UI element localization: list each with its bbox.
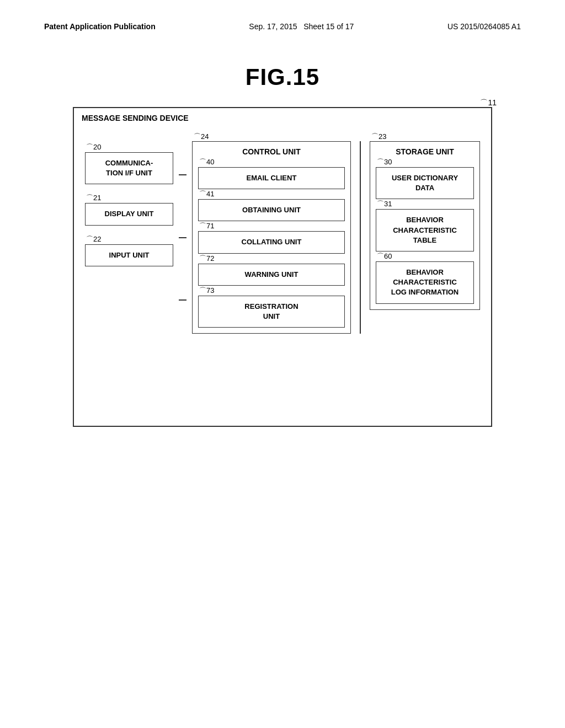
obtaining-unit-box: OBTAINING UNIT (198, 199, 345, 221)
email-client-box: EMAIL CLIENT (198, 167, 345, 189)
diagram-area: ⌒11 MESSAGE SENDING DEVICE ⌒20 COMMUNICA… (73, 107, 492, 427)
vertical-separator (360, 141, 361, 334)
obtaining-ref: ⌒41 (199, 189, 214, 199)
user-dict-ref: ⌒30 (377, 157, 392, 167)
outer-ref-label: ⌒11 (480, 98, 497, 108)
input-unit-box: INPUT UNIT (85, 244, 173, 266)
col-left: ⌒20 COMMUNICA-TION I/F UNIT ⌒21 DISPLAY … (85, 147, 173, 266)
col-middle: ⌒24 CONTROL UNIT ⌒40 EMAIL CLIENT ⌒41 OB… (192, 141, 351, 334)
hline-3 (179, 299, 186, 301)
registration-ref: ⌒73 (199, 286, 214, 296)
beh-char-table-box: BEHAVIORCHARACTERISTICTABLE (376, 209, 474, 251)
header-patent-number: US 2015/0264085 A1 (447, 22, 521, 31)
warning-unit-box: WARNING UNIT (198, 264, 345, 286)
comm-unit-box: COMMUNICA-TION I/F UNIT (85, 152, 173, 184)
email-ref: ⌒40 (199, 157, 214, 167)
display-unit-wrapper: ⌒21 DISPLAY UNIT (85, 203, 173, 225)
control-unit-title: CONTROL UNIT (198, 147, 345, 156)
collating-unit-wrapper: ⌒71 COLLATING UNIT (198, 231, 345, 253)
control-unit-outer: ⌒24 CONTROL UNIT ⌒40 EMAIL CLIENT ⌒41 OB… (192, 141, 351, 334)
hline-1 (179, 174, 186, 175)
hline-2 (179, 237, 186, 238)
control-sub-boxes: ⌒40 EMAIL CLIENT ⌒41 OBTAINING UNIT ⌒71 … (198, 162, 345, 328)
display-unit-box: DISPLAY UNIT (85, 203, 173, 225)
display-ref: ⌒21 (86, 193, 101, 203)
input-unit-wrapper: ⌒22 INPUT UNIT (85, 244, 173, 266)
comm-ref: ⌒20 (86, 142, 101, 152)
outer-box-label: MESSAGE SENDING DEVICE (82, 114, 189, 122)
header-sheet: Sheet 15 of 17 (303, 22, 354, 31)
registration-unit-wrapper: ⌒73 REGISTRATIONUNIT (198, 296, 345, 328)
control-ref: ⌒24 (194, 132, 209, 142)
outer-device-box: ⌒11 MESSAGE SENDING DEVICE ⌒20 COMMUNICA… (73, 107, 492, 427)
figure-title: FIG.15 (0, 64, 565, 90)
beh-char-table-wrapper: ⌒31 BEHAVIORCHARACTERISTICTABLE (376, 209, 474, 251)
beh-char-log-ref: ⌒60 (377, 251, 392, 261)
beh-char-log-wrapper: ⌒60 BEHAVIORCHARACTERISTICLOG INFORMATIO… (376, 261, 474, 304)
email-client-wrapper: ⌒40 EMAIL CLIENT (198, 167, 345, 189)
storage-sub-boxes: ⌒30 USER DICTIONARYDATA ⌒31 BEHAVIORCHAR… (376, 162, 474, 304)
warning-ref: ⌒72 (199, 254, 214, 264)
header-date-sheet: Sep. 17, 2015 Sheet 15 of 17 (249, 22, 354, 31)
inner-layout: ⌒20 COMMUNICA-TION I/F UNIT ⌒21 DISPLAY … (85, 141, 480, 334)
warning-unit-wrapper: ⌒72 WARNING UNIT (198, 264, 345, 286)
header: Patent Application Publication Sep. 17, … (0, 0, 565, 42)
comm-unit-wrapper: ⌒20 COMMUNICA-TION I/F UNIT (85, 152, 173, 184)
collating-unit-box: COLLATING UNIT (198, 231, 345, 253)
beh-char-log-box: BEHAVIORCHARACTERISTICLOG INFORMATION (376, 261, 474, 304)
page: Patent Application Publication Sep. 17, … (0, 0, 565, 728)
h-connectors (179, 141, 186, 334)
obtaining-unit-wrapper: ⌒41 OBTAINING UNIT (198, 199, 345, 221)
user-dict-box: USER DICTIONARYDATA (376, 167, 474, 199)
col-right: ⌒23 STORAGE UNIT ⌒30 USER DICTIONARYDATA… (370, 141, 480, 310)
collating-ref: ⌒71 (199, 221, 214, 231)
storage-unit-title: STORAGE UNIT (376, 147, 474, 156)
header-publisher: Patent Application Publication (44, 22, 156, 31)
user-dict-wrapper: ⌒30 USER DICTIONARYDATA (376, 167, 474, 199)
beh-char-table-ref: ⌒31 (377, 199, 392, 209)
registration-unit-box: REGISTRATIONUNIT (198, 296, 345, 328)
header-date: Sep. 17, 2015 (249, 22, 297, 31)
storage-ref: ⌒23 (371, 132, 386, 142)
storage-unit-outer: ⌒23 STORAGE UNIT ⌒30 USER DICTIONARYDATA… (370, 141, 480, 310)
input-ref: ⌒22 (86, 234, 101, 244)
